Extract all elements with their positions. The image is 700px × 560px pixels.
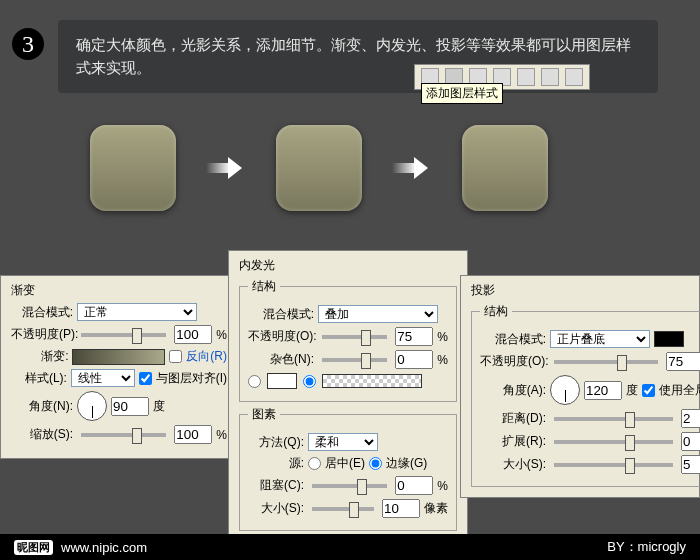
structure-group: 结构 混合模式: 叠加 不透明度(O): % 杂色(N): % xyxy=(239,278,457,402)
blend-mode-label: 混合模式: xyxy=(248,306,314,323)
footer-logo: 昵图网 www.nipic.com xyxy=(14,540,147,555)
source-center-label: 居中(E) xyxy=(325,455,365,472)
glow-gradient-swatch[interactable] xyxy=(322,374,422,388)
size-slider[interactable] xyxy=(312,507,374,511)
elements-group: 图素 方法(Q): 柔和 源: 居中(E) 边缘(G) 阻塞(C): % 大小(… xyxy=(239,406,457,531)
footer-url: www.nipic.com xyxy=(61,540,147,555)
opacity-slider[interactable] xyxy=(322,335,387,339)
pct-label: % xyxy=(216,328,227,342)
method-select[interactable]: 柔和 xyxy=(308,433,378,451)
elements-legend: 图素 xyxy=(248,406,280,423)
glow-color-swatch[interactable] xyxy=(267,373,297,389)
new-layer-icon[interactable] xyxy=(541,68,559,86)
shadow-color-swatch[interactable] xyxy=(654,331,684,347)
arrow-icon xyxy=(392,160,432,176)
pct-label: % xyxy=(437,353,448,367)
spread-input[interactable] xyxy=(681,432,700,451)
angle-dial[interactable] xyxy=(77,391,107,421)
preview-row xyxy=(90,125,548,211)
footer-author: BY：microgly xyxy=(607,538,686,556)
structure-group: 结构 混合模式: 正片叠底 不透明度(O): % 角度(A): 度 使用全局光 … xyxy=(471,303,700,487)
noise-slider[interactable] xyxy=(322,358,387,362)
gradient-label: 渐变: xyxy=(11,348,68,365)
noise-input[interactable] xyxy=(395,350,433,369)
angle-input[interactable] xyxy=(111,397,149,416)
scale-label: 缩放(S): xyxy=(11,426,73,443)
style-label: 样式(L): xyxy=(11,370,67,387)
pct-label: % xyxy=(437,330,448,344)
gradient-swatch[interactable] xyxy=(72,349,165,365)
size-label: 大小(S): xyxy=(248,500,304,517)
distance-input[interactable] xyxy=(681,409,700,428)
choke-label: 阻塞(C): xyxy=(248,477,304,494)
opacity-input[interactable] xyxy=(395,327,433,346)
align-label: 与图层对齐(I) xyxy=(156,370,227,387)
structure-legend: 结构 xyxy=(480,303,512,320)
folder-icon[interactable] xyxy=(517,68,535,86)
scale-slider[interactable] xyxy=(81,433,166,437)
blend-mode-select[interactable]: 叠加 xyxy=(318,305,438,323)
choke-input[interactable] xyxy=(395,476,433,495)
scale-input[interactable] xyxy=(174,425,212,444)
color-radio[interactable] xyxy=(248,375,261,388)
preview-tile-3 xyxy=(462,125,548,211)
logo-badge: 昵图网 xyxy=(14,540,53,555)
pct-label: % xyxy=(437,479,448,493)
source-label: 源: xyxy=(248,455,304,472)
blend-mode-select[interactable]: 正常 xyxy=(77,303,197,321)
panel-title: 投影 xyxy=(471,282,689,299)
opacity-slider[interactable] xyxy=(554,360,658,364)
reverse-checkbox[interactable] xyxy=(169,350,182,363)
angle-input[interactable] xyxy=(584,381,622,400)
blend-mode-label: 混合模式: xyxy=(480,331,546,348)
opacity-input[interactable] xyxy=(666,352,700,371)
inner-glow-panel: 内发光 结构 混合模式: 叠加 不透明度(O): % 杂色(N): % 图素 方 xyxy=(228,250,468,542)
drop-shadow-panel: 投影 结构 混合模式: 正片叠底 不透明度(O): % 角度(A): 度 使用全… xyxy=(460,275,700,498)
blend-mode-label: 混合模式: xyxy=(11,304,73,321)
source-edge-label: 边缘(G) xyxy=(386,455,427,472)
distance-label: 距离(D): xyxy=(480,410,546,427)
preview-tile-2 xyxy=(276,125,362,211)
footer-bar: 昵图网 www.nipic.com BY：microgly xyxy=(0,534,700,560)
align-checkbox[interactable] xyxy=(139,372,152,385)
gradient-overlay-panel: 渐变 混合模式: 正常 不透明度(P): % 渐变: 反向(R) 样式(L): … xyxy=(0,275,238,459)
fx-tooltip: 添加图层样式 xyxy=(421,83,503,104)
method-label: 方法(Q): xyxy=(248,434,304,451)
style-select[interactable]: 线性 xyxy=(71,369,135,387)
arrow-icon xyxy=(206,160,246,176)
source-center-radio[interactable] xyxy=(308,457,321,470)
size-input[interactable] xyxy=(382,499,420,518)
global-light-label: 使用全局光 xyxy=(659,382,700,399)
spread-slider[interactable] xyxy=(554,440,673,444)
angle-unit: 度 xyxy=(626,382,638,399)
opacity-label: 不透明度(O): xyxy=(248,328,314,345)
size-slider[interactable] xyxy=(554,463,673,467)
angle-label: 角度(N): xyxy=(11,398,73,415)
source-edge-radio[interactable] xyxy=(369,457,382,470)
size-input[interactable] xyxy=(681,455,700,474)
pct-label: % xyxy=(216,428,227,442)
step-number-badge: 3 xyxy=(12,28,44,60)
global-light-checkbox[interactable] xyxy=(642,384,655,397)
size-label: 大小(S): xyxy=(480,456,546,473)
blend-mode-select[interactable]: 正片叠底 xyxy=(550,330,650,348)
opacity-slider[interactable] xyxy=(81,333,166,337)
size-unit: 像素 xyxy=(424,500,448,517)
angle-label: 角度(A): xyxy=(480,382,546,399)
gradient-radio[interactable] xyxy=(303,375,316,388)
angle-unit: 度 xyxy=(153,398,165,415)
distance-slider[interactable] xyxy=(554,417,673,421)
structure-legend: 结构 xyxy=(248,278,280,295)
preview-tile-1 xyxy=(90,125,176,211)
noise-label: 杂色(N): xyxy=(248,351,314,368)
panel-title: 内发光 xyxy=(239,257,457,274)
trash-icon[interactable] xyxy=(565,68,583,86)
opacity-label: 不透明度(O): xyxy=(480,353,546,370)
opacity-label: 不透明度(P): xyxy=(11,326,73,343)
opacity-input[interactable] xyxy=(174,325,212,344)
reverse-label: 反向(R) xyxy=(186,348,227,365)
spread-label: 扩展(R): xyxy=(480,433,546,450)
angle-dial[interactable] xyxy=(550,375,580,405)
choke-slider[interactable] xyxy=(312,484,387,488)
panel-title: 渐变 xyxy=(11,282,227,299)
